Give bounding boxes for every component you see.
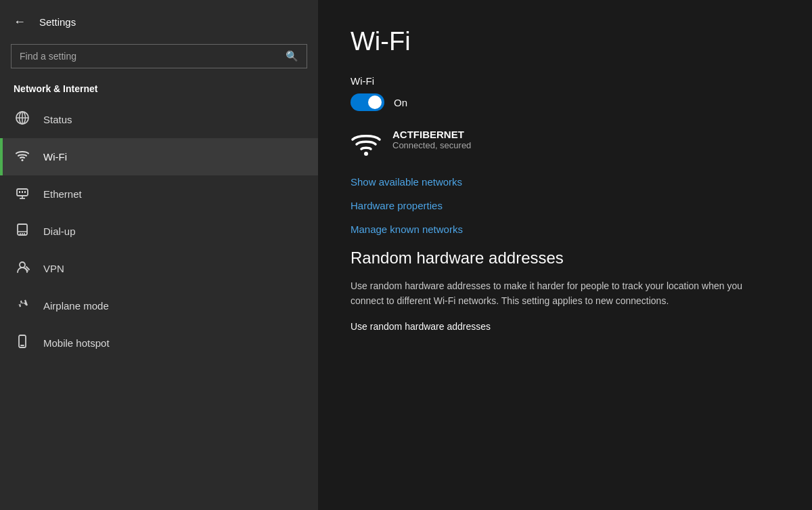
toggle-row: On	[351, 93, 780, 111]
sidebar-item-mobile-label: Mobile hotspot	[43, 337, 110, 349]
svg-point-14	[22, 233, 23, 234]
search-box[interactable]: 🔍	[11, 44, 307, 68]
svg-rect-10	[24, 191, 26, 193]
sidebar-item-vpn[interactable]: VPN	[0, 250, 318, 287]
sidebar-item-status[interactable]: Status	[0, 101, 318, 138]
sidebar-nav: Status Wi-Fi	[0, 101, 318, 362]
svg-point-13	[20, 233, 21, 234]
wifi-toggle-label: Wi-Fi	[351, 75, 780, 87]
search-icon: 🔍	[286, 50, 298, 62]
wifi-toggle[interactable]	[351, 93, 384, 111]
network-status: Connected, secured	[392, 140, 471, 150]
sidebar-item-wifi[interactable]: Wi-Fi	[0, 138, 318, 175]
status-icon	[14, 110, 31, 129]
use-random-label: Use random hardware addresses	[351, 321, 780, 332]
sidebar: ← Settings 🔍 Network & Internet Status	[0, 0, 318, 510]
search-input[interactable]	[20, 51, 280, 62]
sidebar-header: ← Settings	[0, 0, 318, 41]
sidebar-item-ethernet[interactable]: Ethernet	[0, 175, 318, 213]
network-details: ACTFIBERNET Connected, secured	[392, 129, 471, 150]
svg-point-4	[22, 159, 24, 161]
page-title: Wi-Fi	[351, 27, 780, 56]
show-networks-link[interactable]: Show available networks	[351, 176, 780, 188]
ethernet-icon	[14, 185, 31, 203]
sidebar-item-dialup[interactable]: Dial-up	[0, 213, 318, 250]
network-info: ACTFIBERNET Connected, secured	[351, 129, 780, 161]
toggle-thumb	[368, 95, 382, 109]
network-name: ACTFIBERNET	[392, 129, 471, 140]
vpn-icon	[14, 259, 31, 278]
sidebar-item-vpn-label: VPN	[43, 263, 64, 274]
network-wifi-icon	[351, 131, 382, 161]
svg-point-15	[24, 233, 25, 234]
settings-title: Settings	[39, 16, 76, 28]
wifi-icon	[14, 148, 31, 166]
toggle-state-label: On	[394, 97, 407, 108]
hardware-properties-link[interactable]: Hardware properties	[351, 200, 780, 211]
svg-point-16	[20, 262, 25, 268]
sidebar-item-wifi-label: Wi-Fi	[43, 151, 67, 163]
sidebar-item-mobile[interactable]: Mobile hotspot	[0, 324, 318, 362]
back-button[interactable]: ←	[11, 12, 28, 32]
random-hw-description: Use random hardware addresses to make it…	[351, 278, 770, 309]
sidebar-item-airplane[interactable]: Airplane mode	[0, 287, 318, 324]
svg-rect-8	[19, 191, 20, 193]
svg-rect-9	[22, 191, 23, 193]
main-content: Wi-Fi Wi-Fi On ACTFIBERNET Connected, se…	[318, 0, 812, 510]
manage-networks-link[interactable]: Manage known networks	[351, 224, 780, 235]
section-label: Network & Internet	[0, 78, 318, 101]
sidebar-item-ethernet-label: Ethernet	[43, 188, 82, 200]
mobile-icon	[14, 334, 31, 352]
dialup-icon	[14, 222, 31, 240]
svg-point-21	[364, 152, 368, 156]
airplane-icon	[14, 297, 31, 315]
random-hw-heading: Random hardware addresses	[351, 249, 780, 268]
sidebar-item-airplane-label: Airplane mode	[43, 300, 109, 312]
sidebar-item-status-label: Status	[43, 114, 72, 125]
sidebar-item-dialup-label: Dial-up	[43, 226, 76, 237]
